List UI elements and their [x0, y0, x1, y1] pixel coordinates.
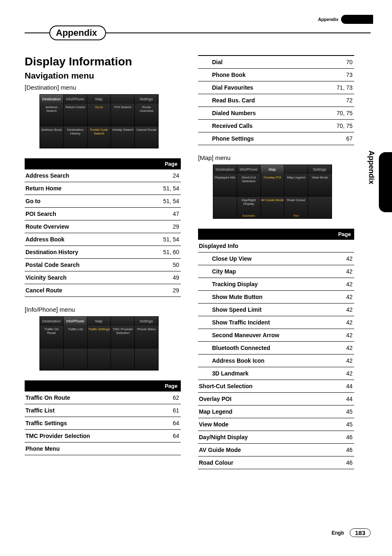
- side-appendix-text: Appendix: [367, 151, 376, 184]
- table-row: Traffic List61: [25, 404, 181, 417]
- table-row: Overlay POI44: [198, 393, 354, 405]
- row-label: Short-Cut Selection: [198, 380, 325, 393]
- table-row: Show Traffic Incident42: [198, 316, 354, 329]
- device-cell: [111, 348, 134, 371]
- row-page: 46: [325, 456, 354, 469]
- device-cell: Return Home: [64, 104, 87, 126]
- row-label: Route Overview: [25, 220, 152, 233]
- row-label: Dialed Numbers: [198, 107, 317, 120]
- row-label: Dial: [198, 56, 317, 69]
- device-cell: [40, 348, 63, 371]
- header-appendix-label: Appendix: [318, 17, 339, 22]
- table-header-empty: [25, 158, 152, 169]
- row-page: 70: [317, 56, 354, 69]
- device-cell: [135, 348, 158, 371]
- row-page: 51, 54: [152, 182, 181, 195]
- row-label: Vicinity Search: [25, 271, 152, 284]
- row-page: 42: [325, 291, 354, 303]
- row-label: Phone Menu: [25, 442, 152, 455]
- header-right: Appendix: [318, 15, 373, 24]
- table-row: TMC Provider Selection64: [25, 430, 181, 442]
- device-tab: [111, 95, 135, 104]
- device-cell: Traffic On Route: [40, 326, 63, 348]
- row-page: 51, 54: [152, 195, 181, 208]
- row-page: 67: [317, 132, 354, 145]
- row-label: Bluetooth Connected: [198, 342, 325, 354]
- row-page: 62: [152, 392, 181, 404]
- row-label: Show Traffic Incident: [198, 316, 325, 329]
- device-tab: Map: [87, 95, 111, 104]
- device-cell: Short-Cut Selection: [237, 174, 261, 196]
- side-black-tab: [379, 152, 392, 212]
- row-label: Address Search: [25, 169, 152, 182]
- table-row: City Map42: [198, 265, 354, 278]
- row-label: Cancel Route: [25, 284, 152, 297]
- table-row: Phone Book73: [198, 69, 354, 81]
- table-row: Read Bus. Card72: [198, 94, 354, 107]
- row-label: Day/Night Display: [198, 431, 325, 444]
- row-page: 42: [325, 342, 354, 354]
- row-label: View Mode: [198, 418, 325, 431]
- device-cell: Postal Code Search: [88, 126, 111, 148]
- device-cell: Route Overview: [135, 104, 158, 126]
- table-header-page: Page: [152, 158, 181, 169]
- row-page: 70, 75: [317, 107, 354, 120]
- row-page: 42: [325, 354, 354, 367]
- device-cell: Address Search: [40, 104, 63, 126]
- row-page: [152, 442, 181, 455]
- map-screenshot: DestinationInfo/PhoneMapSettings Display…: [213, 164, 332, 219]
- row-label: Second Maneuver Arrow: [198, 329, 325, 342]
- row-label: Road Colour: [198, 456, 325, 469]
- row-page: 45: [325, 405, 354, 418]
- table-header-page: Page: [325, 229, 354, 240]
- table-row: Phone Settings67: [198, 132, 354, 145]
- row-page: 70, 75: [317, 120, 354, 132]
- row-page: 61: [152, 404, 181, 417]
- table-row: Bluetooth Connected42: [198, 342, 354, 354]
- row-page: 73: [317, 69, 354, 81]
- section-tab-label: Appendix: [49, 25, 106, 40]
- device-tab: Settings: [308, 165, 332, 174]
- table-row: Address Book51, 54: [25, 233, 181, 246]
- table-row: Route Overview29: [25, 220, 181, 233]
- table-row: Show Mute Button42: [198, 291, 354, 303]
- table-row: Destination History51, 60: [25, 246, 181, 259]
- row-label: Dial Favourites: [198, 81, 317, 94]
- row-page: 46: [325, 431, 354, 444]
- row-page: 29: [152, 284, 181, 297]
- row-label: AV Guide Mode: [198, 444, 325, 456]
- row-page: 64: [152, 417, 181, 430]
- table-row: Cancel Route29: [25, 284, 181, 297]
- row-page: 72: [317, 94, 354, 107]
- row-label: City Map: [198, 265, 325, 278]
- table-row: AV Guide Mode46: [198, 444, 354, 456]
- table-row: Vicinity Search49: [25, 271, 181, 284]
- device-tab: [111, 317, 135, 326]
- device-tab: Info/Phone: [237, 165, 261, 174]
- table-row: Dial70: [198, 56, 354, 69]
- row-page: 51, 54: [152, 233, 181, 246]
- device-cell: [213, 197, 237, 219]
- device-tab: [284, 165, 308, 174]
- row-label: Traffic On Route: [25, 392, 152, 404]
- device-tab: Info/Phone: [64, 317, 88, 326]
- table-row: View Mode45: [198, 418, 354, 431]
- row-label: 3D Landmark: [198, 367, 325, 380]
- table-row: Go to51, 54: [25, 195, 181, 208]
- row-page: 47: [152, 208, 181, 220]
- row-page: 45: [325, 418, 354, 431]
- row-page: 46: [325, 444, 354, 456]
- right-column: Dial70Phone Book73Dial Favourites71, 73R…: [198, 55, 354, 478]
- row-label: Go to: [25, 195, 152, 208]
- device-tab: Settings: [134, 317, 158, 326]
- table-row: Dial Favourites71, 73: [198, 81, 354, 94]
- device-cell: Map Legend: [284, 174, 308, 196]
- table-row: Map Legend45: [198, 405, 354, 418]
- row-label: Postal Code Search: [25, 259, 152, 271]
- device-cell: TMC Provider Selection: [111, 326, 134, 348]
- destination-screenshot: DestinationInfo/PhoneMapSettings Address…: [39, 94, 159, 148]
- section-tab: Appendix: [25, 25, 371, 40]
- device-cell: View Mode: [308, 174, 332, 196]
- row-label: Show Speed Limit: [198, 303, 325, 316]
- device-cell: Traffic Settings: [88, 326, 111, 348]
